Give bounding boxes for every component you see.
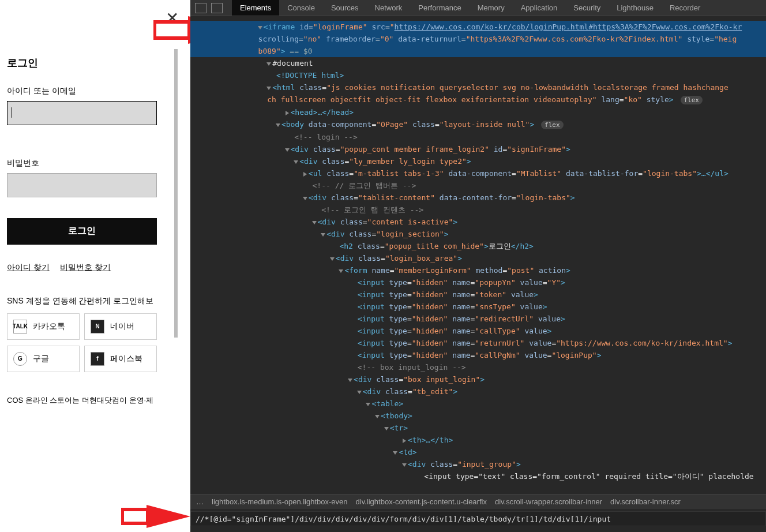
pw-label: 비밀번호 [7,158,183,168]
dom-line[interactable]: b089"> == $0 [190,45,766,57]
crumb[interactable]: div.lightbox-content.js-content.u-clearf… [356,497,487,506]
inspect-icon[interactable] [195,3,206,13]
dom-line[interactable]: #document [190,57,766,69]
login-panel: ✕ 로그인 아이디 또는 이메일 비밀번호 로그인 아이디 찾기 비밀번호 찾기… [0,0,190,532]
dom-line[interactable]: <input type="hidden" name="popupYn" valu… [190,276,766,289]
dom-line[interactable]: <div class="box input_login"> [190,373,766,385]
dom-line[interactable]: <div class="tb_edit"> [190,385,766,398]
dom-line[interactable]: <input type="hidden" name="callType" val… [190,325,766,337]
tab-elements[interactable]: Elements [232,0,279,16]
tab-sources[interactable]: Sources [323,0,367,16]
find-id-link[interactable]: 아이디 찾기 [7,263,50,272]
crumb[interactable]: div.scroll-wrapper.scrollbar-inner [495,497,602,506]
dom-line[interactable]: <input type="hidden" name="snsType" valu… [190,301,766,313]
dom-line[interactable]: <div class="content is-active"> [190,216,766,228]
dom-line[interactable]: <div class="login_section"> [190,228,766,240]
annotation-arrow-3 [121,505,196,528]
sns-naver-button[interactable]: N네이버 [84,313,157,340]
tab-lighthouse[interactable]: Lighthouse [609,0,662,16]
dom-line[interactable]: <!DOCTYPE html> [190,69,766,81]
dom-line[interactable]: <tr> [190,422,766,434]
crumb[interactable]: … [196,497,204,506]
device-icon[interactable] [211,3,223,13]
sns-google-button[interactable]: G구글 [7,346,80,372]
dom-line[interactable]: <th>…</th> [190,434,766,446]
crumb[interactable]: lightbox.is-medium.is-open.lightbox-even [212,497,348,506]
dom-line[interactable]: <tbody> [190,410,766,422]
dom-line[interactable]: <h2 class="popup_title com_hide">로그인</h2… [190,240,766,252]
facebook-label: 페이스북 [110,354,142,364]
text-cursor [12,107,12,118]
kakao-icon: TALK [13,320,27,334]
dom-line[interactable]: <div class="popup_cont member iframe_log… [190,143,766,155]
find-pw-link[interactable]: 비밀번호 찾기 [60,263,111,272]
tab-performance[interactable]: Performance [410,0,469,16]
pw-input[interactable] [7,173,157,197]
dom-line[interactable]: <input type="hidden" name="callPgNm" val… [190,349,766,361]
dom-tree[interactable]: <iframe id="loginFrame" src="https://www… [190,16,766,489]
dom-line[interactable]: scrolling="no" frameborder="0" data-retu… [190,33,766,45]
xpath-input[interactable]: //*[@id="signInFrame"]/div/div/div/div/d… [190,511,766,526]
facebook-icon: f [91,352,104,366]
naver-icon: N [91,320,104,334]
sns-heading: SNS 계정을 연동해 간편하게 로그인해보 [7,296,183,306]
footer-text: COS 온라인 스토어는 더현대닷컴이 운영·제 [7,395,183,406]
crumb[interactable]: div.scrollbar-inner.scr [610,497,681,506]
svg-marker-5 [147,505,190,528]
dom-line[interactable]: <ul class="m-tablist tabs-1-3" data-comp… [190,167,766,179]
naver-label: 네이버 [110,321,134,332]
dom-line[interactable]: <body data-component="OPage" class="layo… [190,118,766,131]
dom-line[interactable]: <div class="ly_member ly_login type2"> [190,155,766,167]
find-links: 아이디 찾기 비밀번호 찾기 [7,262,183,273]
devtools-toolbar: Elements Console Sources Network Perform… [190,0,766,16]
login-button[interactable]: 로그인 [7,218,157,245]
dom-line[interactable]: <td> [190,446,766,458]
tab-console[interactable]: Console [279,0,323,16]
id-label: 아이디 또는 이메일 [7,86,183,96]
dom-line[interactable]: <head>…</head> [190,106,766,118]
kakao-label: 카카오톡 [33,321,65,332]
sns-facebook-button[interactable]: f페이스북 [84,346,157,372]
dom-line[interactable]: <!-- box input_login --> [190,361,766,373]
dom-iframe-line[interactable]: <iframe id="loginFrame" src="https://www… [190,21,766,33]
dom-line[interactable]: <!-- 로그인 탭 컨텐츠 --> [190,204,766,216]
dom-line[interactable]: <table> [190,398,766,410]
dom-line[interactable]: <!-- login --> [190,131,766,143]
dom-line[interactable]: <input type="hidden" name="returnUrl" va… [190,337,766,349]
devtools-panel: Elements Console Sources Network Perform… [190,0,766,532]
sns-kakao-button[interactable]: TALK카카오톡 [7,313,80,340]
tab-security[interactable]: Security [565,0,609,16]
dom-line[interactable]: <!-- // 로그인 탭버튼 --> [190,179,766,192]
tab-network[interactable]: Network [367,0,411,16]
dom-line[interactable]: <input type="hidden" name="token" value> [190,289,766,301]
svg-rect-0 [155,22,189,38]
dom-line[interactable]: <div class="login_box_area"> [190,252,766,264]
google-label: 구글 [33,354,49,364]
tab-memory[interactable]: Memory [470,0,513,16]
scrollbar[interactable] [174,49,178,338]
dom-breadcrumb[interactable]: … lightbox.is-medium.is-open.lightbox-ev… [190,494,766,509]
dom-line[interactable]: ch fullscreen objectfit object-fit flexb… [190,93,766,106]
dom-line[interactable]: <html class="js cookies notification que… [190,81,766,93]
svg-rect-4 [122,509,148,523]
google-icon: G [13,352,27,366]
tab-recorder[interactable]: Recorder [662,0,708,16]
devtools-tabs: Elements Console Sources Network Perform… [232,0,708,16]
dom-line[interactable]: <form name="memberLoginForm" method="pos… [190,264,766,276]
login-title: 로그인 [7,56,183,70]
dom-line[interactable]: <input type="hidden" name="redirectUrl" … [190,313,766,325]
dom-highlighted-input[interactable]: <input type="text" class="form_control" … [190,470,766,482]
dom-line[interactable]: <div class="input_group"> [190,458,766,470]
dom-line[interactable]: <div class="tablist-content" data-conten… [190,192,766,204]
tab-application[interactable]: Application [513,0,566,16]
